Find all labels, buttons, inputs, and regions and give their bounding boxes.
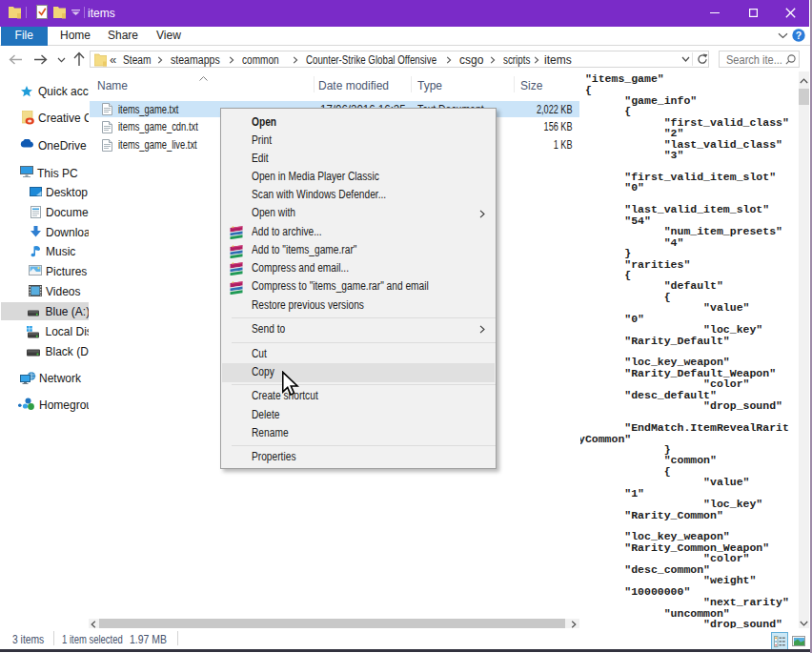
svg-text:?: ? [796, 30, 802, 41]
